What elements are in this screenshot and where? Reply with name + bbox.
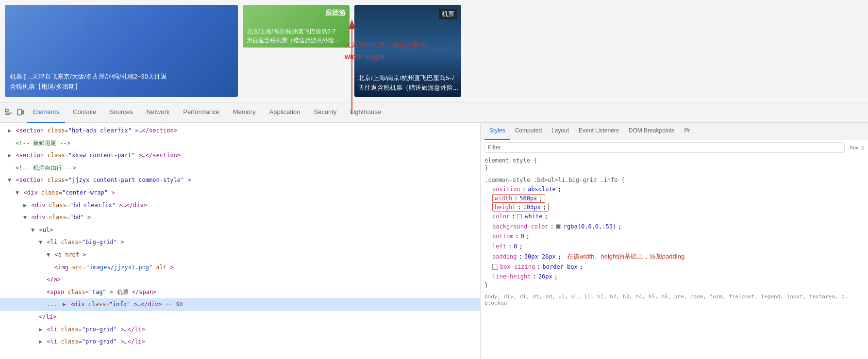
tab-sources[interactable]: Sources bbox=[104, 102, 139, 123]
devtools-panel: Elements Console Sources Network Perform… bbox=[0, 102, 868, 359]
dom-line[interactable]: ▼ <ul> bbox=[0, 224, 480, 237]
tab-console[interactable]: Console bbox=[67, 102, 102, 123]
dom-line[interactable]: ▶ <section class="xxsw content-part" >…<… bbox=[0, 149, 480, 162]
triangle-icon: ▶ bbox=[63, 301, 66, 308]
dom-line[interactable]: ▼ <div class="center-wrap" > bbox=[0, 187, 480, 199]
style-property-padding: padding : 30px 26px ; 在该width、height的基础上… bbox=[484, 251, 864, 262]
dom-line[interactable]: <span class="tag" > 机票 </span> bbox=[0, 286, 480, 299]
color-swatch[interactable] bbox=[517, 214, 522, 219]
dom-line[interactable]: ▼ <a href > bbox=[0, 249, 480, 261]
style-close-brace: } bbox=[484, 282, 864, 289]
styles-content[interactable]: element.style { } .common-style .bd>ul>l… bbox=[481, 155, 868, 359]
dom-line[interactable]: ▼ <div class="bd" > bbox=[0, 212, 480, 224]
devtools-main: ▶ <section class="hot-ads clearfix" >…</… bbox=[0, 123, 868, 359]
dom-line[interactable]: ▼ <section class="jjzyx content-part com… bbox=[0, 174, 480, 187]
style-property: bottom : 0 ; bbox=[484, 231, 864, 241]
content-card-1: 机票·[…天津直飞东京/大阪/名古屋/冲绳/札幌2~30天往返 含税机票【甩尾/… bbox=[5, 5, 238, 97]
style-rule-common: .common-style .bd>ul>li.big-grid .info {… bbox=[484, 177, 864, 289]
content-card-2: 跟团游 北京/上海/南京/杭州直飞巴厘岛5-7 天往返含税机票（赠送旅游意外险.… bbox=[243, 5, 350, 48]
tab-elements[interactable]: Elements bbox=[27, 102, 65, 123]
dom-line-selected[interactable]: ... ▶ <div class="info" >…</div> == $0 bbox=[0, 298, 480, 311]
dom-line[interactable]: <!-- 新鲜甩尾 --> bbox=[0, 137, 480, 150]
triangle-icon: ▼ bbox=[47, 251, 50, 258]
style-close-brace: } bbox=[484, 165, 864, 172]
dom-line[interactable]: ▶ <li class="pro-grid" >…</li> bbox=[0, 336, 480, 348]
color-swatch[interactable] bbox=[556, 224, 561, 229]
property-checkbox[interactable] bbox=[492, 264, 498, 270]
inherited-styles-text: body, div, dl, dt, dd, ul, ol, li, h1, h… bbox=[484, 294, 864, 306]
tab-memory[interactable]: Memory bbox=[227, 102, 262, 123]
styles-filter-input[interactable] bbox=[484, 142, 845, 153]
dom-line[interactable]: <img src="images/jjzyx1.png" alt > bbox=[0, 261, 480, 274]
triangle-icon: ▼ bbox=[8, 177, 11, 183]
tab-security[interactable]: Security bbox=[308, 102, 342, 123]
device-icon[interactable] bbox=[16, 108, 25, 117]
dom-line[interactable]: ▶ <section class="hot-ads clearfix" >…</… bbox=[0, 125, 480, 137]
devtools-toolbar: Elements Console Sources Network Perform… bbox=[0, 102, 868, 123]
content-card-3: 机票 北京/上海/南京/杭州直飞巴厘岛5-7 天往返含税机票（赠送旅游意外险..… bbox=[354, 5, 461, 97]
tab-lighthouse[interactable]: Lighthouse bbox=[344, 102, 387, 123]
svg-rect-6 bbox=[22, 111, 24, 114]
triangle-icon: ▶ bbox=[23, 202, 27, 209]
styles-tab-pr[interactable]: Pr bbox=[680, 123, 695, 140]
browser-content: 机票·[…天津直飞东京/大阪/名古屋/冲绳/札幌2~30天往返 含税机票【甩尾/… bbox=[0, 0, 868, 102]
triangle-icon: ▼ bbox=[23, 214, 27, 221]
padding-annotation: 在该width、height的基础上，添加padding bbox=[567, 251, 684, 262]
style-property: background-color : rgba(0,0,0,.55) ; bbox=[484, 222, 864, 231]
styles-tab-styles[interactable]: Styles bbox=[484, 123, 510, 140]
tab-network[interactable]: Network bbox=[141, 102, 176, 123]
card1-text: 机票·[…天津直飞东京/大阪/名古屋/冲绳/札幌2~30天往返 含税机票【甩尾/… bbox=[10, 72, 167, 92]
triangle-icon: ▼ bbox=[16, 189, 19, 196]
card2-subtext: 北京/上海/南京/杭州直飞巴厘岛5-7 天往返含税机票（赠送旅游意外险... bbox=[247, 27, 339, 45]
style-property-highlighted: height : 103px ; bbox=[492, 203, 549, 212]
style-selector: element.style { bbox=[484, 157, 864, 164]
style-property: box-sizing : border-box ; bbox=[484, 262, 864, 272]
card3-text: 北京/上海/南京/杭州直飞巴厘岛5-7 天往返含税机票（赠送旅游意外险... bbox=[358, 73, 458, 92]
styles-filter-bar: :hov .c bbox=[481, 140, 868, 155]
styles-tab-layout[interactable]: Layout bbox=[547, 123, 574, 140]
triangle-icon: ▶ bbox=[8, 152, 11, 159]
filter-toggle[interactable]: :hov .c bbox=[849, 145, 864, 150]
card4-label: 机票 bbox=[439, 9, 457, 19]
inspect-icon[interactable] bbox=[4, 108, 14, 117]
dom-panel[interactable]: ▶ <section class="hot-ads clearfix" >…</… bbox=[0, 123, 481, 359]
triangle-icon: ▼ bbox=[31, 227, 34, 233]
triangle-icon: ▶ bbox=[39, 338, 42, 345]
dom-line[interactable]: ▼ <li class="big-grid" > bbox=[0, 236, 480, 249]
styles-tab-computed[interactable]: Computed bbox=[510, 123, 547, 140]
styles-tabs: Styles Computed Layout Event Listeners D… bbox=[481, 123, 868, 140]
styles-tab-event-listeners[interactable]: Event Listeners bbox=[574, 123, 624, 140]
style-selector: .common-style .bd>ul>li.big-grid .info { bbox=[484, 177, 864, 183]
tab-performance[interactable]: Performance bbox=[177, 102, 225, 123]
style-property: position : absolute ; bbox=[484, 184, 864, 194]
styles-tab-dom-breakpoints[interactable]: DOM Breakpoints bbox=[624, 123, 680, 140]
triangle-icon: ▶ bbox=[39, 326, 42, 333]
style-property-highlighted: width : 560px ; bbox=[492, 194, 545, 203]
styles-panel: Styles Computed Layout Event Listeners D… bbox=[481, 123, 868, 359]
triangle-icon: ▶ bbox=[8, 127, 11, 134]
svg-rect-5 bbox=[17, 109, 21, 115]
card2-group: 跟团游 北京/上海/南京/杭州直飞巴厘岛5-7 天往返含税机票（赠送旅游意外险.… bbox=[243, 5, 354, 97]
style-property: line-height : 26px ; bbox=[484, 272, 864, 281]
dom-line[interactable]: ▶ <div class="hd clearfix" >…</div> bbox=[0, 199, 480, 212]
triangle-icon: ▼ bbox=[39, 239, 42, 245]
dom-line[interactable]: </li> bbox=[0, 311, 480, 324]
style-property: left : 0 ; bbox=[484, 242, 864, 251]
tab-application[interactable]: Application bbox=[264, 102, 306, 123]
dom-line[interactable]: </a> bbox=[0, 274, 480, 286]
style-property: color : white ; bbox=[484, 212, 864, 221]
style-rule-element: element.style { } bbox=[484, 157, 864, 172]
dom-line[interactable]: <!-- 机酒自由行 --> bbox=[0, 162, 480, 175]
svg-rect-2 bbox=[5, 109, 8, 112]
dom-line[interactable]: ▶ <li class="pro-grid" >…</li> bbox=[0, 324, 480, 336]
